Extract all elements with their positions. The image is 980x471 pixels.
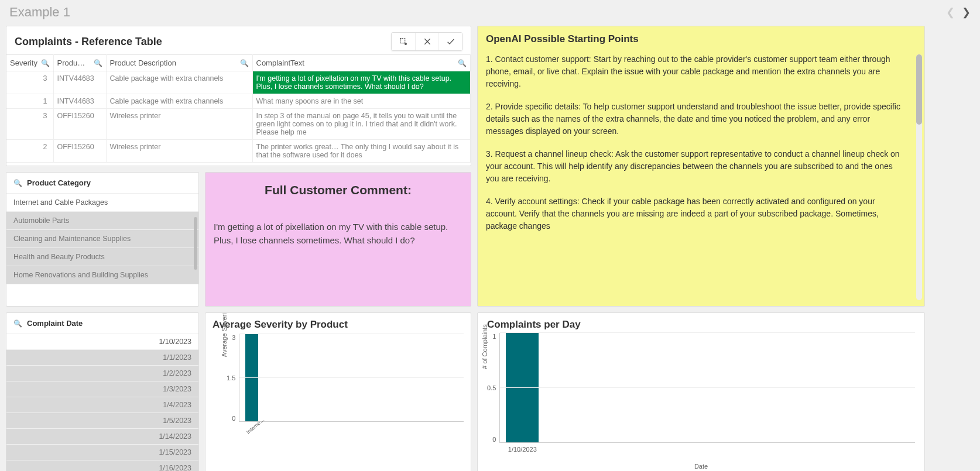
cell-complaint[interactable]: I'm getting a lot of pixellation on my T… (252, 71, 471, 94)
list-item[interactable]: Health and Beauty Products (6, 248, 198, 266)
full-comment-title: Full Customer Comment: (214, 183, 462, 197)
table-row[interactable]: 3OFFI15260Wireless printerIn step 3 of t… (6, 109, 471, 140)
avg-severity-title: Average Severity by Product (213, 319, 464, 331)
svg-rect-0 (400, 39, 405, 43)
prev-sheet-button[interactable]: ❮ (946, 6, 955, 19)
cell-severity[interactable]: 2 (6, 140, 53, 163)
cancel-selection-button[interactable] (415, 33, 438, 50)
ai-paragraph: 3. Request a channel lineup check: Ask t… (486, 148, 904, 185)
column-header-description[interactable]: Product Description🔍 (106, 55, 252, 71)
cell-product[interactable]: INTV44683 (53, 94, 106, 109)
list-item[interactable]: 1/4/2023 (6, 397, 198, 413)
chart-ytick: 3 (232, 334, 235, 341)
close-icon (423, 37, 432, 46)
cell-complaint[interactable]: What many spoons are in the set (252, 94, 471, 109)
ai-paragraph: 4. Verify account settings: Check if you… (486, 195, 904, 232)
scrollbar-track[interactable] (916, 54, 922, 300)
list-item[interactable]: Automobile Parts (6, 212, 198, 230)
complaints-per-day-title: Complaints per Day (487, 319, 915, 331)
chart-bar[interactable] (245, 334, 258, 421)
cell-description[interactable]: Wireless printer (106, 140, 252, 163)
list-item[interactable]: 1/2/2023 (6, 366, 198, 381)
chart-ylabel: Average Severity (221, 312, 228, 357)
chart-bar[interactable] (506, 333, 539, 442)
next-sheet-button[interactable]: ❯ (962, 6, 971, 19)
chart-ytick: 1 (492, 333, 496, 340)
complaints-table-title: Complaints - Reference Table (15, 36, 162, 48)
cell-complaint[interactable]: The printer works great… The only thing … (252, 140, 471, 163)
avg-severity-panel: Average Severity by Product Average Seve… (205, 312, 471, 471)
column-header-product[interactable]: Produ…🔍 (53, 55, 106, 71)
product-category-list: Internet and Cable PackagesAutomobile Pa… (6, 194, 198, 306)
list-item[interactable]: 1/15/2023 (6, 445, 198, 460)
product-category-header[interactable]: 🔍 Product Category (6, 173, 198, 194)
cell-severity[interactable]: 3 (6, 109, 53, 140)
list-item[interactable]: 1/14/2023 (6, 429, 198, 445)
smart-select-button[interactable] (392, 33, 415, 50)
list-item[interactable]: 1/5/2023 (6, 413, 198, 429)
list-item[interactable]: Home Renovations and Building Supplies (6, 266, 198, 284)
check-icon (446, 37, 455, 46)
ai-paragraph: 2. Provide specific details: To help cus… (486, 101, 904, 137)
list-item[interactable]: 1/16/2023 (6, 460, 198, 471)
cell-severity[interactable]: 3 (6, 71, 53, 94)
chart-ytick: 0.5 (487, 384, 496, 391)
search-icon[interactable]: 🔍 (458, 59, 467, 67)
avg-severity-chart[interactable]: Average Severity 31.50 Interne… (227, 334, 464, 422)
cell-description[interactable]: Cable package with extra channels (106, 94, 252, 109)
complaint-date-title: Complaint Date (27, 319, 83, 328)
list-item[interactable]: Cleaning and Maintenance Supplies (6, 230, 198, 248)
complaints-table-panel: Complaints - Reference Table (6, 26, 471, 166)
chart-ylabel: # of Complaints (481, 324, 488, 369)
list-item[interactable]: Internet and Cable Packages (6, 194, 198, 212)
search-icon[interactable]: 🔍 (41, 59, 50, 67)
ai-paragraph: 1. Contact customer support: Start by re… (486, 53, 904, 90)
column-header-severity[interactable]: Severity🔍 (6, 55, 53, 71)
chart-ytick: 1.5 (227, 374, 235, 381)
list-item[interactable]: 1/3/2023 (6, 381, 198, 397)
confirm-selection-button[interactable] (438, 33, 462, 50)
cell-description[interactable]: Wireless printer (106, 109, 252, 140)
full-comment-body: I'm getting a lot of pixellation on my T… (214, 221, 462, 247)
search-icon[interactable]: 🔍 (240, 59, 249, 67)
cell-product[interactable]: OFFI15260 (53, 109, 106, 140)
table-row[interactable]: 2OFFI15260Wireless printerThe printer wo… (6, 140, 471, 163)
scrollbar-thumb[interactable] (916, 54, 922, 125)
svg-point-1 (405, 43, 407, 45)
sheet-header: Example 1 ❮ ❯ (0, 0, 980, 22)
search-icon[interactable]: 🔍 (94, 59, 102, 67)
cell-product[interactable]: OFFI15260 (53, 140, 106, 163)
list-item[interactable]: 1/1/2023 (6, 350, 198, 366)
list-item[interactable]: 1/10/2023 (6, 334, 198, 350)
table-row[interactable]: 1INTV44683Cable package with extra chann… (6, 94, 471, 109)
cell-severity[interactable]: 1 (6, 94, 53, 109)
product-category-title: Product Category (27, 178, 91, 187)
cell-description[interactable]: Cable package with extra channels (106, 71, 252, 94)
openai-title: OpenAI Possible Starting Points (486, 33, 914, 45)
sheet-title: Example 1 (9, 5, 70, 20)
selection-tool-icon (399, 37, 408, 46)
cell-product[interactable]: INTV44683 (53, 71, 106, 94)
complaint-date-panel: 🔍 Complaint Date 1/10/20231/1/20231/2/20… (6, 312, 199, 471)
complaints-per-day-panel: Complaints per Day # of Complaints 10.50… (477, 312, 925, 471)
complaints-per-day-chart[interactable]: # of Complaints 10.50 1/10/2023 (487, 333, 915, 443)
full-comment-panel: Full Customer Comment: I'm getting a lot… (205, 172, 471, 307)
chart-xlabel: Date (487, 463, 915, 470)
column-header-complaint[interactable]: ComplaintText🔍 (252, 55, 471, 71)
openai-panel: OpenAI Possible Starting Points 1. Conta… (477, 26, 925, 307)
chart-ytick: 0 (492, 436, 496, 443)
product-category-panel: 🔍 Product Category Internet and Cable Pa… (6, 172, 199, 307)
selection-toolbar (391, 32, 462, 51)
openai-body: 1. Contact customer support: Start by re… (486, 53, 914, 299)
cell-complaint[interactable]: In step 3 of the manual on page 45, it t… (252, 109, 471, 140)
sheet-nav: ❮ ❯ (946, 6, 971, 19)
chart-xtick: Interne… (245, 422, 259, 435)
complaint-date-list: 1/10/20231/1/20231/2/20231/3/20231/4/202… (6, 334, 198, 471)
complaint-date-header[interactable]: 🔍 Complaint Date (6, 313, 198, 334)
table-row[interactable]: 3INTV44683Cable package with extra chann… (6, 71, 471, 94)
search-icon[interactable]: 🔍 (13, 319, 22, 328)
search-icon[interactable]: 🔍 (13, 179, 22, 187)
chart-xtick: 1/10/2023 (506, 446, 539, 453)
scrollbar-thumb[interactable] (194, 217, 197, 270)
complaints-table[interactable]: Severity🔍 Produ…🔍 Product Description🔍 C… (6, 54, 471, 163)
